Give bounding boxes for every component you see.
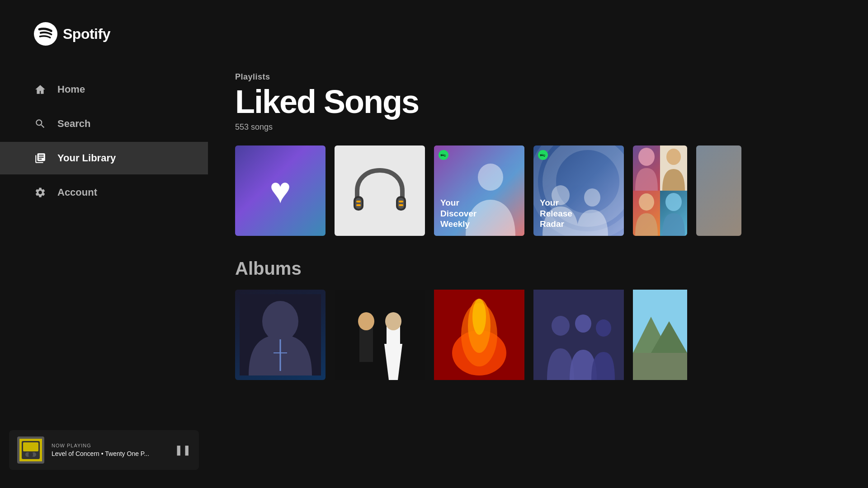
sidebar-item-library[interactable]: Your Library	[0, 142, 208, 174]
albums-section-title: Albums	[235, 258, 841, 279]
album-art-5	[633, 290, 687, 380]
sidebar-item-search[interactable]: Search	[0, 108, 208, 140]
spotify-logo[interactable]: Spotify	[34, 22, 110, 46]
discover-weekly-label: YourDiscoverWeekly	[440, 197, 476, 230]
svg-rect-13	[399, 201, 403, 202]
headphones-icon	[353, 164, 407, 218]
svg-point-39	[552, 316, 570, 336]
svg-point-19	[584, 188, 600, 206]
release-radar-spotify-badge	[538, 150, 548, 160]
home-icon	[34, 83, 47, 96]
search-icon	[34, 117, 47, 130]
account-icon	[34, 186, 47, 199]
album-card-4[interactable]	[533, 290, 624, 380]
svg-rect-8	[355, 198, 362, 209]
svg-rect-28	[335, 290, 425, 380]
sidebar-item-library-label: Your Library	[57, 152, 116, 164]
svg-rect-45	[633, 353, 687, 380]
sidebar-item-account[interactable]: Account	[0, 176, 208, 209]
main-content: Playlists Liked Songs 553 songs ♥	[208, 63, 868, 488]
collage-cell-4	[660, 191, 687, 236]
headphones-card[interactable]	[335, 145, 425, 236]
svg-rect-3	[23, 442, 38, 451]
collage-cell-2	[660, 145, 687, 191]
svg-rect-12	[356, 204, 361, 206]
sidebar-item-search-label: Search	[57, 118, 90, 130]
spotify-logo-icon	[34, 22, 57, 46]
svg-point-30	[358, 312, 374, 330]
sidebar-item-account-label: Account	[57, 187, 97, 198]
album-grid	[235, 290, 841, 380]
album-art-2	[335, 290, 425, 380]
svg-point-37	[472, 299, 486, 335]
svg-point-21	[666, 149, 681, 165]
album-card-1[interactable]	[235, 290, 326, 380]
now-playing-info: NOW PLAYING Level of Concern • Twenty On…	[52, 443, 167, 457]
spotify-badge	[439, 150, 448, 160]
heart-icon: ♥	[269, 170, 291, 211]
release-radar-card[interactable]: Your Release Radar	[533, 145, 624, 236]
svg-point-40	[575, 314, 591, 333]
section-subtitle: 553 songs	[235, 122, 841, 132]
svg-point-16	[478, 164, 503, 191]
release-radar-label: Your Release Radar	[540, 197, 572, 230]
album-card-3[interactable]	[434, 290, 524, 380]
svg-point-15	[439, 150, 448, 160]
pause-button[interactable]: ❚❚	[175, 444, 191, 456]
albums-section: Albums	[235, 258, 841, 380]
sidebar: Home Search Your Library	[0, 63, 208, 488]
now-playing-bar: NOW PLAYING Level of Concern • Twenty On…	[9, 430, 199, 470]
liked-songs-card[interactable]: ♥	[235, 145, 326, 236]
section-category: Playlists	[235, 72, 841, 82]
top-bar: Spotify	[0, 0, 868, 63]
svg-point-22	[639, 193, 654, 211]
album-art-3	[434, 290, 524, 380]
svg-rect-11	[356, 201, 361, 202]
svg-point-0	[34, 22, 57, 46]
svg-rect-14	[399, 204, 403, 206]
playlists-section: Playlists Liked Songs 553 songs ♥	[235, 72, 841, 236]
collage-cell-1	[633, 145, 660, 191]
album-art-4	[533, 290, 624, 380]
library-icon	[34, 152, 47, 164]
now-playing-thumbnail	[17, 436, 44, 464]
now-playing-label: NOW PLAYING	[52, 443, 167, 448]
svg-point-32	[385, 312, 401, 330]
sidebar-item-home-label: Home	[57, 84, 85, 95]
svg-point-23	[665, 193, 682, 211]
sidebar-nav: Home Search Your Library	[0, 72, 208, 210]
discover-weekly-card[interactable]: YourDiscoverWeekly	[434, 145, 524, 236]
main-layout: Home Search Your Library	[0, 63, 868, 488]
svg-point-17	[538, 150, 548, 160]
album-art-1	[240, 294, 321, 375]
section-title: Liked Songs	[235, 85, 841, 118]
svg-rect-10	[398, 198, 404, 209]
now-playing-track: Level of Concern • Twenty One P...	[52, 450, 167, 457]
spotify-wordmark: Spotify	[63, 26, 110, 42]
playlist-grid: ♥	[235, 145, 841, 236]
svg-rect-6	[28, 453, 33, 456]
collage-card[interactable]	[633, 145, 687, 236]
partial-card-extra[interactable]	[696, 145, 741, 236]
svg-point-20	[638, 148, 655, 166]
album-card-2[interactable]	[335, 290, 425, 380]
svg-rect-29	[359, 326, 373, 362]
collage-cell-3	[633, 191, 660, 236]
album-card-5[interactable]	[633, 290, 687, 380]
sidebar-item-home[interactable]: Home	[0, 73, 208, 106]
svg-point-41	[596, 319, 611, 337]
